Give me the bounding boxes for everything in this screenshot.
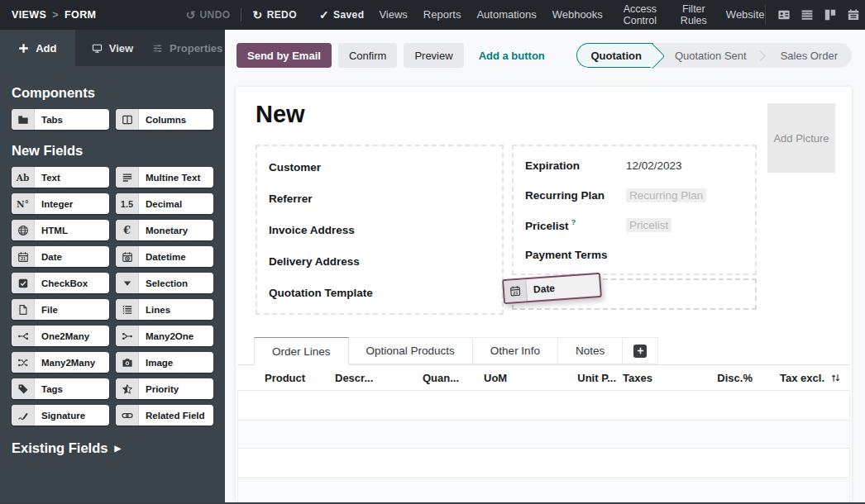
- one2many-icon: [12, 326, 35, 346]
- status-pill-sales-order[interactable]: Sales Order: [766, 43, 852, 68]
- tab-optional-products[interactable]: Optional Products: [348, 337, 473, 364]
- menu-item-webhooks[interactable]: Webhooks: [552, 9, 603, 21]
- field-row-payment-terms[interactable]: Payment Terms: [525, 240, 743, 269]
- new-field-button-file[interactable]: File: [12, 299, 109, 320]
- order-line-empty-row: [238, 391, 849, 421]
- new-field-button-priority[interactable]: Priority: [116, 378, 213, 399]
- new-field-button-integer[interactable]: N° Integer: [12, 193, 109, 214]
- sidebar-tab-add[interactable]: Add: [0, 30, 75, 66]
- existing-fields-heading[interactable]: Existing Fields ▶: [12, 440, 213, 456]
- breadcrumb-views[interactable]: VIEWS: [12, 9, 46, 21]
- new-field-button-checkbox[interactable]: CheckBox: [12, 273, 109, 293]
- odoo-studio-form-editor: VIEWS > FORM ↺ UNDO ↻ REDO ✓ Saved Views…: [0, 0, 865, 504]
- add-a-button-link[interactable]: Add a button: [479, 50, 545, 62]
- menu-item-automations[interactable]: Automations: [476, 9, 536, 21]
- new-field-button-image[interactable]: Image: [116, 352, 213, 373]
- list-view-icon[interactable]: [800, 8, 814, 21]
- form-sheet-top: New Add Picture Customer Referrer Invoic…: [236, 87, 852, 315]
- component-button-columns[interactable]: Columns: [116, 109, 213, 130]
- field-row-referrer[interactable]: Referrer: [269, 183, 490, 214]
- tab-order-lines[interactable]: Order Lines: [254, 337, 349, 365]
- new-field-button-one2many[interactable]: One2Many: [12, 326, 109, 346]
- order-line-empty-row: [238, 449, 849, 478]
- undo-icon: ↺: [185, 9, 195, 21]
- send-by-email-button[interactable]: Send by Email: [237, 43, 332, 68]
- column-adjust-icon[interactable]: [824, 372, 846, 384]
- status-pill-quotation[interactable]: Quotation: [576, 43, 653, 68]
- history-divider: [241, 8, 241, 21]
- order-line-empty-row: [238, 421, 849, 449]
- add-picture-box[interactable]: Add Picture: [767, 103, 835, 173]
- new-field-button-selection[interactable]: Selection: [116, 273, 213, 293]
- field-row-quotation-template[interactable]: Quotation Template: [269, 277, 490, 308]
- confirm-button[interactable]: Confirm: [338, 43, 398, 68]
- lines-icon: [116, 299, 139, 320]
- new-field-button-decimal[interactable]: 1.5 Decimal: [116, 193, 213, 214]
- recurring-plan-input[interactable]: Recurring Plan: [626, 188, 706, 202]
- sidebar-tab-properties[interactable]: Properties: [150, 30, 225, 66]
- statusbar: Quotation Quotation Sent Sales Order: [576, 43, 853, 68]
- new-fields-grid: Ab Text Multine Text N° Integer 1.5 Deci…: [12, 167, 213, 426]
- sidebar-tab-view[interactable]: View: [75, 30, 151, 66]
- new-field-button-many2many[interactable]: Many2Many: [12, 352, 109, 373]
- column-header-discount[interactable]: Disc.%: [707, 372, 753, 384]
- plus-icon: [18, 43, 29, 54]
- form-view-icon[interactable]: [777, 8, 791, 21]
- decimal-icon: 1.5: [116, 193, 139, 214]
- help-question-icon: ?: [571, 217, 576, 226]
- add-tab-button[interactable]: [622, 337, 658, 364]
- new-field-button-related-field[interactable]: Related Field: [116, 405, 213, 426]
- field-row-invoice-address[interactable]: Invoice Address: [269, 214, 490, 245]
- component-button-tabs[interactable]: Tabs: [12, 109, 109, 130]
- column-header-quantity[interactable]: Quan...: [413, 372, 459, 384]
- field-row-delivery-address[interactable]: Delivery Address: [269, 245, 490, 277]
- text-icon: Ab: [12, 167, 35, 188]
- column-header-product[interactable]: Product: [237, 372, 335, 384]
- menu-item-views[interactable]: Views: [379, 9, 407, 21]
- menu-item-website[interactable]: Website: [726, 9, 765, 21]
- menu-item-filter-rules[interactable]: Filter Rules: [677, 3, 710, 27]
- field-row-recurring-plan[interactable]: Recurring Plan Recurring Plan: [525, 180, 743, 210]
- pricelist-input[interactable]: Pricelist: [626, 218, 671, 232]
- field-row-customer[interactable]: Customer: [269, 151, 490, 183]
- kanban-view-icon[interactable]: [824, 8, 837, 21]
- status-pill-quotation-sent[interactable]: Quotation Sent: [653, 43, 757, 68]
- new-field-button-html[interactable]: HTML: [12, 220, 109, 240]
- undo-button[interactable]: ↺ UNDO: [185, 9, 230, 21]
- field-row-pricelist[interactable]: Pricelist? Pricelist: [525, 210, 743, 240]
- order-lines-header-row: Product Descr... Quan... UoM Unit P... T…: [237, 365, 850, 391]
- new-field-button-monetary[interactable]: € Monetary: [116, 220, 213, 240]
- field-row-expiration[interactable]: Expiration 12/02/2023: [525, 150, 743, 180]
- column-header-taxes[interactable]: Taxes: [616, 372, 707, 384]
- menu-item-access-control[interactable]: Access Control: [619, 3, 662, 27]
- menu-item-reports[interactable]: Reports: [423, 9, 461, 21]
- properties-icon: [152, 43, 163, 54]
- new-field-button-tags[interactable]: Tags: [12, 378, 109, 399]
- new-field-button-multiline-text[interactable]: Multine Text: [116, 167, 213, 188]
- monitor-icon: [92, 43, 103, 54]
- tab-other-info[interactable]: Other Info: [472, 337, 558, 364]
- integer-icon: N°: [12, 193, 35, 214]
- redo-icon: ↻: [252, 9, 262, 21]
- redo-button[interactable]: ↻ REDO: [252, 9, 296, 21]
- column-header-description[interactable]: Descr...: [335, 372, 413, 384]
- components-grid: Tabs Columns: [12, 109, 213, 130]
- left-field-group: Customer Referrer Invoice Address Delive…: [256, 145, 504, 315]
- column-header-uom[interactable]: UoM: [459, 372, 542, 384]
- new-field-button-signature[interactable]: Signature: [12, 405, 109, 426]
- column-header-unit-price[interactable]: Unit P...: [542, 372, 616, 384]
- tab-notes[interactable]: Notes: [557, 337, 623, 364]
- selection-icon: [116, 273, 139, 293]
- column-header-tax-excl[interactable]: Tax excl.: [753, 372, 824, 384]
- new-field-button-many2one[interactable]: Many2One: [116, 326, 213, 346]
- multiline-text-icon: [116, 167, 139, 188]
- calendar-view-icon[interactable]: [847, 8, 860, 21]
- new-field-button-date[interactable]: Date: [12, 246, 109, 267]
- preview-button[interactable]: Preview: [404, 43, 463, 68]
- new-field-button-text[interactable]: Ab Text: [12, 167, 109, 188]
- expiration-value[interactable]: 12/02/2023: [626, 159, 682, 172]
- form-editor-canvas: Send by Email Confirm Preview Add a butt…: [225, 30, 865, 504]
- new-field-button-lines[interactable]: Lines: [116, 299, 213, 320]
- new-field-button-datetime[interactable]: Datetime: [116, 246, 213, 267]
- signature-icon: [12, 405, 35, 426]
